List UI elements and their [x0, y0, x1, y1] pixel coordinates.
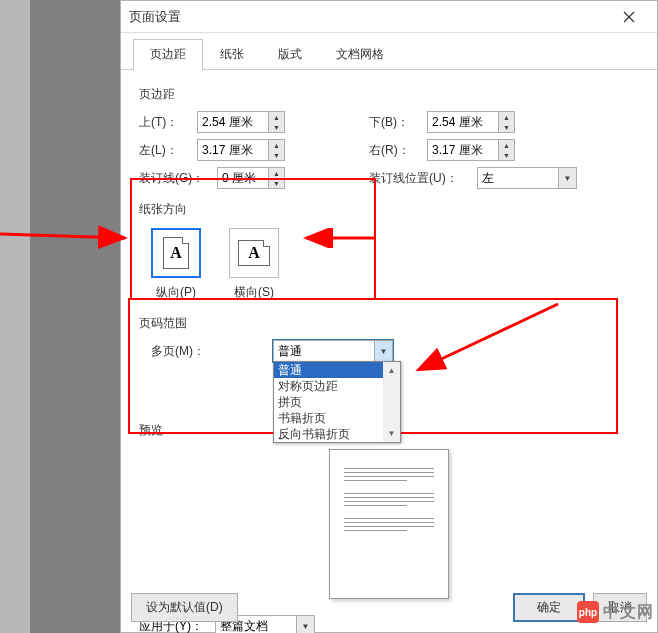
margin-bottom-label: 下(B)： — [369, 114, 427, 131]
scroll-down-icon[interactable]: ▼ — [383, 425, 400, 442]
margin-top-input[interactable] — [198, 112, 268, 132]
dialog-footer: 设为默认值(D) 确定 取消 — [131, 593, 647, 622]
spin-up-icon[interactable]: ▲ — [499, 140, 514, 150]
dropdown-scrollbar[interactable]: ▲ ▼ — [383, 362, 400, 442]
ok-button[interactable]: 确定 — [513, 593, 585, 622]
spin-up-icon[interactable]: ▲ — [269, 112, 284, 122]
dropdown-option[interactable]: 拼页 — [274, 394, 400, 410]
multipage-dropdown: 普通 对称页边距 拼页 书籍折页 反向书籍折页 ▲ ▼ — [273, 361, 401, 443]
watermark-icon: php — [577, 601, 599, 623]
chevron-down-icon[interactable]: ▼ — [374, 341, 392, 361]
margin-bottom-spinner[interactable]: ▲▼ — [427, 111, 515, 133]
app-background-strip — [0, 0, 120, 633]
spin-up-icon[interactable]: ▲ — [269, 168, 284, 178]
dropdown-option[interactable]: 书籍折页 — [274, 410, 400, 426]
tab-margins[interactable]: 页边距 — [133, 39, 203, 70]
margin-right-spinner[interactable]: ▲▼ — [427, 139, 515, 161]
portrait-icon: A — [151, 228, 201, 278]
margin-top-spinner[interactable]: ▲▼ — [197, 111, 285, 133]
preview-thumbnail — [329, 449, 449, 599]
scroll-track[interactable] — [383, 379, 400, 425]
margins-group-label: 页边距 — [139, 86, 639, 103]
watermark: php 中文网 — [577, 601, 654, 623]
portrait-label: 纵向(P) — [156, 284, 196, 301]
close-icon — [623, 11, 635, 23]
multipage-combo[interactable]: ▼ — [273, 340, 393, 362]
orientation-landscape[interactable]: A 横向(S) — [229, 228, 279, 301]
margin-left-input[interactable] — [198, 140, 268, 160]
spin-down-icon[interactable]: ▼ — [499, 150, 514, 160]
spin-down-icon[interactable]: ▼ — [269, 150, 284, 160]
close-button[interactable] — [609, 3, 649, 31]
tab-layout[interactable]: 版式 — [261, 39, 319, 69]
chevron-down-icon[interactable]: ▼ — [558, 168, 576, 188]
dropdown-option[interactable]: 反向书籍折页 — [274, 426, 400, 442]
gutter-pos-input[interactable] — [478, 168, 558, 188]
multipage-label: 多页(M)： — [151, 343, 221, 360]
gutter-pos-label: 装订线位置(U)： — [369, 170, 477, 187]
window-title: 页面设置 — [129, 8, 609, 26]
dropdown-option[interactable]: 普通 — [274, 362, 400, 378]
orientation-group-label: 纸张方向 — [139, 201, 639, 218]
tab-paper[interactable]: 纸张 — [203, 39, 261, 69]
margin-right-input[interactable] — [428, 140, 498, 160]
pages-group-label: 页码范围 — [139, 315, 639, 332]
landscape-icon: A — [229, 228, 279, 278]
dropdown-option[interactable]: 对称页边距 — [274, 378, 400, 394]
spin-down-icon[interactable]: ▼ — [499, 122, 514, 132]
set-default-button[interactable]: 设为默认值(D) — [131, 593, 238, 622]
margin-bottom-input[interactable] — [428, 112, 498, 132]
margin-right-label: 右(R)： — [369, 142, 427, 159]
titlebar: 页面设置 — [121, 1, 657, 33]
scroll-up-icon[interactable]: ▲ — [383, 362, 400, 379]
gutter-pos-combo[interactable]: ▼ — [477, 167, 577, 189]
multipage-input[interactable] — [274, 341, 374, 361]
spin-down-icon[interactable]: ▼ — [269, 122, 284, 132]
dialog-body: 页边距 上(T)： ▲▼ 下(B)： ▲▼ 左(L)： — [121, 70, 657, 633]
margin-left-label: 左(L)： — [139, 142, 197, 159]
tabs: 页边距 纸张 版式 文档网格 — [121, 33, 657, 70]
gutter-label: 装订线(G)： — [139, 170, 217, 187]
margin-left-spinner[interactable]: ▲▼ — [197, 139, 285, 161]
gutter-spinner[interactable]: ▲▼ — [217, 167, 285, 189]
orientation-portrait[interactable]: A 纵向(P) — [151, 228, 201, 301]
orientation-options: A 纵向(P) A 横向(S) — [151, 228, 639, 301]
spin-up-icon[interactable]: ▲ — [269, 140, 284, 150]
watermark-text: 中文网 — [603, 602, 654, 623]
tab-grid[interactable]: 文档网格 — [319, 39, 401, 69]
landscape-label: 横向(S) — [234, 284, 274, 301]
page-setup-dialog: 页面设置 页边距 纸张 版式 文档网格 页边距 上(T)： ▲▼ 下(B)： — [120, 0, 658, 633]
spin-down-icon[interactable]: ▼ — [269, 178, 284, 188]
gutter-input[interactable] — [218, 168, 268, 188]
spin-up-icon[interactable]: ▲ — [499, 112, 514, 122]
margin-top-label: 上(T)： — [139, 114, 197, 131]
